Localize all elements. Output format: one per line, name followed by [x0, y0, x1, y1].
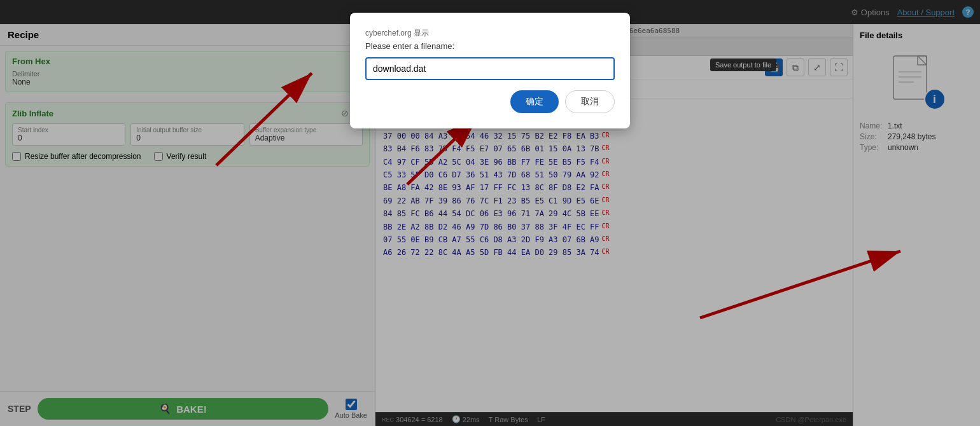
modal-overlay[interactable]: cyberchef.org 显示 Please enter a filename…	[0, 0, 980, 426]
cancel-button[interactable]: 取消	[565, 90, 615, 113]
modal-prompt: Please enter a filename:	[365, 41, 615, 51]
confirm-button[interactable]: 确定	[510, 90, 559, 113]
page-wrapper: ⚙ Options About / Support ? Recipe From …	[0, 0, 980, 426]
modal-site: cyberchef.org 显示	[365, 28, 615, 39]
filename-input[interactable]	[365, 57, 615, 80]
modal-dialog: cyberchef.org 显示 Please enter a filename…	[350, 13, 630, 128]
modal-buttons: 确定 取消	[365, 90, 615, 113]
